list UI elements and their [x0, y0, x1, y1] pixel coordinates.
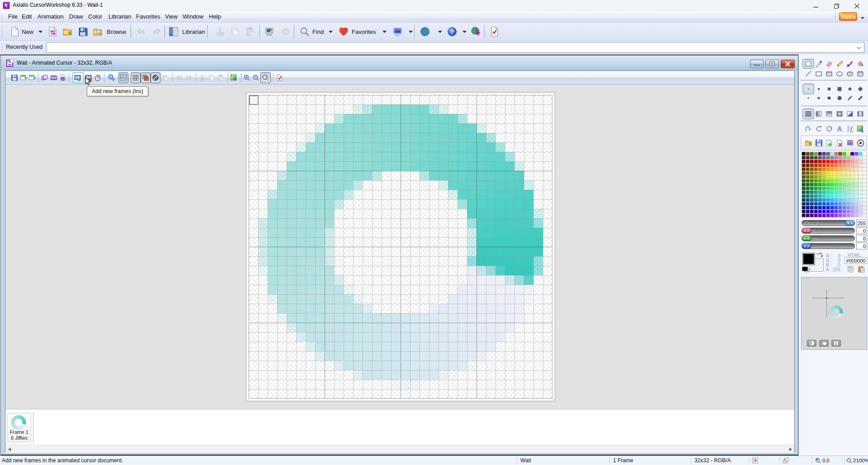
svg-text:?: ?	[450, 28, 454, 35]
svg-text:f: f	[850, 126, 853, 132]
svg-text:A: A	[837, 125, 842, 132]
